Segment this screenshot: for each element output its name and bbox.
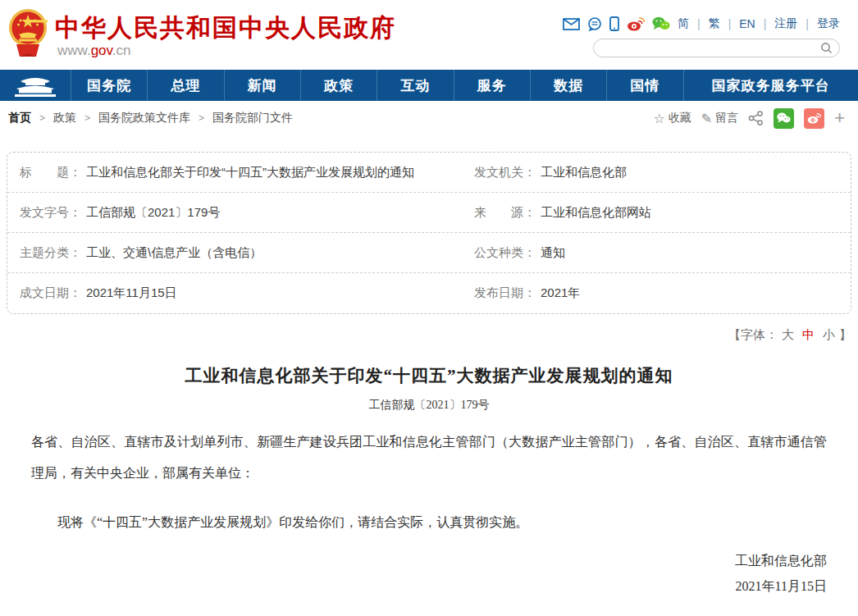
breadcrumb-separator: > (199, 112, 204, 124)
lang-simplified-link[interactable]: 简 (678, 16, 689, 31)
meta-label-doc-number: 发文字号： (20, 205, 81, 221)
breadcrumb-separator: > (84, 112, 90, 124)
article-paragraph-body: 现将《“十四五”大数据产业发展规划》印发给你们，请结合实际，认真贯彻实施。 (31, 507, 827, 538)
share-button[interactable] (748, 111, 764, 125)
wechat-icon[interactable] (652, 16, 670, 31)
nav-item-services[interactable]: 服务 (454, 70, 530, 101)
nav-home-icon[interactable] (0, 70, 71, 101)
breadcrumb-policy[interactable]: 政策 (53, 111, 76, 125)
url-highlight: gov (91, 43, 112, 58)
meta-label-source: 来 源： (474, 205, 536, 221)
nav-item-data[interactable]: 数据 (530, 70, 606, 101)
font-size-controls: 【字体：大中小】 (0, 327, 851, 343)
nav-item-state-council[interactable]: 国务院 (71, 70, 147, 101)
url-suffix: .cn (112, 43, 131, 58)
signature-date: 2021年11月15日 (31, 573, 827, 599)
pencil-icon: ✎ (701, 111, 712, 126)
meta-value-doc-number: 工信部规〔2021〕179号 (86, 205, 220, 221)
nav-item-premier[interactable]: 总理 (147, 70, 223, 101)
meta-value-publish-date: 2021年 (541, 285, 580, 301)
meta-label-subject-category: 主题分类： (20, 245, 81, 261)
meta-value-document-type: 通知 (541, 245, 565, 261)
nav-item-policy[interactable]: 政策 (300, 70, 377, 101)
main-nav: 国务院 总理 新闻 政策 互动 服务 数据 国情 国家政务服务平台 (0, 70, 858, 101)
article-paragraph-recipients: 各省、自治区、直辖市及计划单列市、新疆生产建设兵团工业和信息化主管部门（大数据产… (31, 427, 827, 489)
meta-label-issuing-agency: 发文机关： (474, 165, 536, 180)
font-bar-prefix: 【字体： (728, 327, 778, 341)
document-meta-table: 标 题： 工业和信息化部关于印发“十四五”大数据产业发展规划的通知 发文机关： … (7, 152, 851, 314)
share-wechat-button[interactable] (774, 108, 794, 129)
font-small-button[interactable]: 小 (823, 327, 835, 341)
tiananmen-icon (13, 75, 57, 97)
article-doc-number: 工信部规〔2021〕179号 (31, 398, 827, 413)
meta-row-dates: 成文日期： 2021年11月15日 发布日期： 2021年 (7, 273, 851, 313)
site-header: 中华人民共和国中央人民政府 www.gov.cn 简 | 繁 | EN | 注册… (0, 0, 858, 70)
comment-button[interactable]: ✎ 留言 (701, 111, 738, 126)
search-box (593, 39, 840, 57)
nav-item-news[interactable]: 新闻 (224, 70, 300, 101)
url-prefix: www. (57, 43, 91, 58)
meta-value-source: 工业和信息化部网站 (541, 205, 651, 221)
message-bubble-icon[interactable] (587, 17, 602, 31)
nav-item-gov-service-platform[interactable]: 国家政务服务平台 (683, 70, 858, 101)
breadcrumb-separator: > (39, 112, 45, 124)
font-medium-button[interactable]: 中 (802, 327, 815, 341)
article-signature: 工业和信息化部 2021年11月15日 (31, 548, 827, 599)
meta-label-title: 标 题： (20, 165, 81, 180)
favorite-button[interactable]: ☆ 收藏 (653, 111, 691, 126)
meta-value-issuing-agency: 工业和信息化部 (541, 165, 627, 180)
share-weibo-button[interactable] (804, 108, 824, 129)
weibo-icon[interactable] (627, 16, 645, 31)
login-link[interactable]: 登录 (817, 16, 840, 31)
more-actions-button[interactable]: + (834, 109, 845, 127)
favorite-label: 收藏 (669, 111, 691, 125)
wechat-icon (777, 112, 791, 124)
signature-org: 工业和信息化部 (31, 548, 827, 573)
breadcrumb-policy-library[interactable]: 国务院政策文件库 (98, 111, 190, 125)
meta-value-subject-category: 工业、交通\信息产业（含电信） (86, 245, 262, 261)
site-url[interactable]: www.gov.cn (57, 43, 130, 59)
breadcrumb-home[interactable]: 首页 (8, 111, 31, 125)
article: 工业和信息化部关于印发“十四五”大数据产业发展规划的通知 工信部规〔2021〕1… (0, 364, 858, 616)
share-nodes-icon (748, 111, 764, 125)
meta-row-docnumber-source: 发文字号： 工信部规〔2021〕179号 来 源： 工业和信息化部网站 (7, 193, 851, 233)
font-large-button[interactable]: 大 (782, 327, 794, 341)
comment-label: 留言 (715, 111, 738, 125)
search-icon[interactable] (820, 42, 833, 54)
star-icon: ☆ (653, 111, 664, 126)
header-tools: 简 | 繁 | EN | 注册 | 登录 (563, 16, 840, 31)
meta-value-written-date: 2021年11月15日 (86, 285, 177, 301)
site-title: 中华人民共和国中央人民政府 (55, 11, 396, 45)
mobile-icon[interactable] (609, 16, 619, 31)
gov-cn-page: { "header": { "site_title": "中华人民共和国中央人民… (0, 0, 858, 616)
article-title: 工业和信息化部关于印发“十四五”大数据产业发展规划的通知 (31, 364, 827, 387)
meta-label-written-date: 成文日期： (20, 285, 81, 301)
weibo-icon (807, 112, 821, 124)
lang-english-link[interactable]: EN (739, 17, 755, 30)
meta-label-document-type: 公文种类： (474, 245, 536, 261)
meta-row-title-agency: 标 题： 工业和信息化部关于印发“十四五”大数据产业发展规划的通知 发文机关： … (7, 153, 851, 193)
national-emblem-logo (8, 7, 48, 60)
font-bar-suffix: 】 (839, 327, 851, 341)
mail-icon[interactable] (563, 18, 580, 30)
breadcrumb-department-documents[interactable]: 国务院部门文件 (212, 111, 293, 125)
lang-traditional-link[interactable]: 繁 (709, 16, 720, 31)
nav-item-interaction[interactable]: 互动 (377, 70, 453, 101)
meta-row-category-type: 主题分类： 工业、交通\信息产业（含电信） 公文种类： 通知 (7, 233, 851, 273)
breadcrumb-row: 首页 > 政策 > 国务院政策文件库 > 国务院部门文件 ☆ 收藏 ✎ 留言 (0, 101, 858, 135)
breadcrumb: 首页 > 政策 > 国务院政策文件库 > 国务院部门文件 (8, 111, 293, 125)
meta-label-publish-date: 发布日期： (474, 285, 536, 301)
register-link[interactable]: 注册 (774, 16, 797, 31)
nav-item-national-conditions[interactable]: 国情 (606, 70, 682, 101)
meta-value-title: 工业和信息化部关于印发“十四五”大数据产业发展规划的通知 (86, 165, 414, 180)
page-actions: ☆ 收藏 ✎ 留言 + (653, 108, 845, 129)
search-input[interactable] (594, 39, 820, 57)
